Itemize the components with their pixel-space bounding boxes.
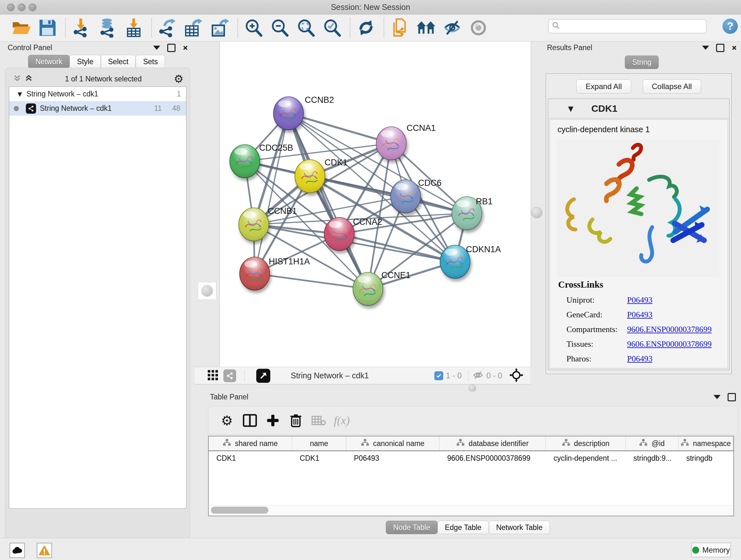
collapse-all-button[interactable]: Collapse All xyxy=(643,79,701,94)
zoom-fit-icon[interactable] xyxy=(295,17,317,38)
expand-all-icon[interactable] xyxy=(24,74,33,84)
tab-network-table[interactable]: Network Table xyxy=(489,521,550,534)
panel-menu-icon[interactable] xyxy=(714,395,721,399)
crosslink-link[interactable]: P06493 xyxy=(627,295,652,305)
collection-expand-icon[interactable]: ▼ xyxy=(17,91,22,98)
zoom-selected-icon[interactable] xyxy=(322,17,343,38)
crosslink-link[interactable]: 9606.ENSP00000378699 xyxy=(627,339,712,349)
gear-icon[interactable]: ⚙ xyxy=(174,72,184,85)
tab-string[interactable]: String xyxy=(625,56,659,69)
node-CDC25B[interactable] xyxy=(230,145,260,178)
refresh-icon[interactable] xyxy=(355,17,377,38)
zoom-out-icon[interactable] xyxy=(269,17,290,38)
table-cell[interactable]: CDK1 xyxy=(292,451,346,465)
table-cell[interactable]: cyclin-dependent ... xyxy=(546,451,625,465)
import-table-icon[interactable] xyxy=(123,17,144,38)
edge-CCNB2-HIST1H1A[interactable] xyxy=(255,113,288,273)
export-table-icon[interactable] xyxy=(183,17,204,38)
tab-node-table[interactable]: Node Table xyxy=(386,521,437,534)
splitter-handle[interactable] xyxy=(201,285,213,297)
splitter-handle[interactable] xyxy=(531,207,542,219)
column-header--id[interactable]: @id xyxy=(626,436,679,450)
help-button[interactable]: ? xyxy=(723,18,738,34)
selected-checkbox-icon[interactable] xyxy=(434,371,443,380)
left-splitter[interactable] xyxy=(195,42,219,367)
open-folder-icon[interactable] xyxy=(11,17,32,38)
panel-close-icon[interactable]: + xyxy=(730,44,739,52)
column-header-shared-name[interactable]: shared name xyxy=(209,436,292,450)
scrollbar-thumb[interactable] xyxy=(211,507,268,514)
crosslink-link[interactable]: P06493 xyxy=(627,354,652,364)
table-cell[interactable]: stringdb:9... xyxy=(626,451,679,465)
node-table[interactable]: shared namenamecanonical namedatabase id… xyxy=(208,436,734,516)
node-HIST1H1A[interactable] xyxy=(240,257,270,290)
panel-close-icon[interactable]: + xyxy=(181,44,190,52)
cloud-button[interactable] xyxy=(10,543,25,558)
export-image-icon[interactable] xyxy=(209,17,230,38)
node-CCNE1[interactable] xyxy=(353,272,383,306)
add-column-icon[interactable] xyxy=(261,411,284,430)
panel-float-icon[interactable] xyxy=(728,393,736,401)
node-CDK1[interactable] xyxy=(295,160,325,193)
warnings-button[interactable] xyxy=(37,543,52,558)
panel-menu-icon[interactable] xyxy=(153,46,160,50)
splitter-handle[interactable] xyxy=(468,384,476,392)
node-CDC6[interactable] xyxy=(391,180,421,213)
share-view-icon[interactable] xyxy=(223,369,236,382)
fit-selected-crosshair-icon[interactable] xyxy=(509,368,523,383)
panel-float-icon[interactable] xyxy=(716,44,724,52)
export-network-icon[interactable] xyxy=(157,17,178,38)
column-header-canonical-name[interactable]: canonical name xyxy=(346,436,440,450)
gene-collapse-icon[interactable]: ▼ xyxy=(568,105,574,113)
grid-view-icon[interactable] xyxy=(207,370,218,382)
network-collection-row[interactable]: ▼ String Network – cdk1 1 xyxy=(9,87,186,101)
panel-float-icon[interactable] xyxy=(167,44,176,52)
highlight-eye-icon[interactable] xyxy=(468,17,489,38)
zoom-in-icon[interactable] xyxy=(243,17,264,38)
import-database-icon[interactable] xyxy=(97,17,118,38)
crosslink-link[interactable]: 9606.ENSP00000378699 xyxy=(627,325,712,334)
node-CCNA2[interactable] xyxy=(324,217,354,251)
table-cell[interactable]: 9606.ENSP00000378699 xyxy=(440,451,546,465)
table-cell[interactable]: P06493 xyxy=(346,451,440,465)
tab-network[interactable]: Network xyxy=(28,55,70,68)
show-columns-icon[interactable] xyxy=(239,411,261,430)
column-header-name[interactable]: name xyxy=(292,436,346,450)
column-header-namespace[interactable]: namespace xyxy=(678,436,733,450)
delete-column-trash-icon[interactable] xyxy=(284,411,307,430)
hide-unhide-icon[interactable] xyxy=(442,17,463,38)
tab-edge-table[interactable]: Edge Table xyxy=(437,521,489,534)
network-row[interactable]: String Network – cdk1 11 48 xyxy=(9,101,186,116)
expand-all-button[interactable]: Expand All xyxy=(576,79,631,94)
edge-CDK1-RB1[interactable] xyxy=(310,176,467,213)
tab-select[interactable]: Select xyxy=(101,55,136,68)
save-icon[interactable] xyxy=(37,17,58,38)
import-network-icon[interactable] xyxy=(71,17,92,38)
node-CCNB1[interactable] xyxy=(239,208,269,241)
node-CDKN1A[interactable] xyxy=(440,245,470,278)
tab-style[interactable]: Style xyxy=(70,55,100,68)
table-cell[interactable]: CDK1 xyxy=(209,451,292,465)
search-input[interactable] xyxy=(560,22,698,30)
clipboard-share-icon[interactable] xyxy=(389,17,410,38)
node-CCNA1[interactable] xyxy=(376,127,406,160)
edge-HIST1H1A-CCNE1[interactable] xyxy=(255,273,368,289)
table-cell[interactable]: stringdb xyxy=(678,451,733,465)
birdseye-toggle-icon[interactable] xyxy=(256,369,270,383)
network-canvas[interactable]: CCNB2CCNA1CDC25BCDK1CDC6RB1CCNB1CCNA2CDK… xyxy=(219,42,531,367)
hidden-eye-icon[interactable] xyxy=(472,370,484,381)
edge-CCNB2-CCNA1[interactable] xyxy=(288,113,391,143)
horizontal-scrollbar[interactable] xyxy=(209,505,733,515)
home-icon[interactable] xyxy=(415,17,436,38)
panel-menu-icon[interactable] xyxy=(702,46,709,50)
node-CCNB2[interactable] xyxy=(273,97,304,130)
crosslink-link[interactable]: P06493 xyxy=(627,310,652,320)
collapse-all-icon[interactable] xyxy=(13,74,21,84)
column-header-description[interactable]: description xyxy=(546,436,625,450)
table-settings-gear-icon[interactable]: ⚙ xyxy=(215,411,239,430)
table-row[interactable]: CDK1CDK1P064939606.ENSP00000378699cyclin… xyxy=(209,451,733,465)
right-splitter[interactable] xyxy=(530,42,542,384)
tab-sets[interactable]: Sets xyxy=(136,55,165,68)
memory-button[interactable]: Memory xyxy=(691,543,731,557)
search-field[interactable] xyxy=(548,19,706,33)
